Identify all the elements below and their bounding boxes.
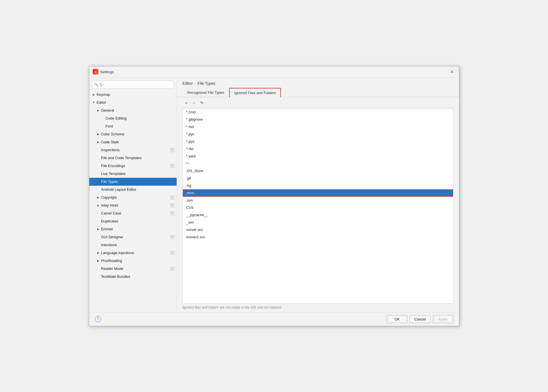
- sidebar-item-label: Code Editing: [106, 116, 174, 120]
- list-item[interactable]: .hg: [183, 182, 453, 189]
- inlay-hints-settings-icon: ⊞: [170, 203, 174, 207]
- file-encodings-expand-icon: [96, 164, 101, 168]
- reader-mode-settings-icon: ⊞: [170, 267, 174, 271]
- sidebar-item-duplicates[interactable]: Duplicates: [89, 217, 177, 225]
- inspections-expand-icon: [96, 148, 101, 152]
- file-encodings-settings-icon: ⊞: [170, 164, 174, 168]
- remove-button[interactable]: −: [190, 99, 198, 106]
- intentions-expand-icon: [96, 243, 101, 247]
- sidebar-item-general[interactable]: ▶ General: [89, 107, 177, 114]
- sidebar-item-emmet[interactable]: ▶ Emmet: [89, 225, 177, 233]
- tabs-area: Recognized File Types Ignored Files and …: [177, 88, 459, 97]
- settings-window: S Settings ✕ 🔍 ▶ Keymap ▼ Editor: [89, 66, 459, 326]
- breadcrumb-separator: ›: [194, 81, 196, 86]
- textmate-expand-icon: [96, 274, 101, 279]
- list-item[interactable]: CVS: [183, 204, 453, 211]
- sidebar-item-camel-case[interactable]: Camel Case ⊞: [89, 209, 177, 217]
- sidebar-item-label: Android Layout Editor: [101, 187, 174, 192]
- apply-button[interactable]: Apply: [433, 315, 453, 323]
- sidebar-item-textmate-bundles[interactable]: TextMate Bundles: [89, 273, 177, 281]
- list-item[interactable]: *.pyo: [183, 138, 453, 145]
- list-item[interactable]: __pycache__: [183, 211, 453, 219]
- sidebar-item-label: Live Templates: [101, 172, 174, 176]
- window-title: Settings: [101, 70, 449, 74]
- font-expand-icon: [101, 124, 105, 129]
- main-panel: Editor › File Types Recognized File Type…: [177, 78, 459, 312]
- sidebar-item-inspections[interactable]: Inspections ⊞: [89, 146, 177, 154]
- sidebar-item-editor[interactable]: ▼ Editor: [89, 99, 177, 107]
- sidebar-item-file-encodings[interactable]: File Encodings ⊞: [89, 162, 177, 170]
- inspections-settings-icon: ⊞: [170, 148, 174, 152]
- tab-recognized[interactable]: Recognized File Types: [183, 88, 229, 97]
- list-item[interactable]: .git: [183, 175, 453, 182]
- sidebar-item-reader-mode[interactable]: Reader Mode ⊞: [89, 265, 177, 273]
- reader-mode-expand-icon: [96, 267, 101, 271]
- sidebar-item-android-layout-editor[interactable]: Android Layout Editor: [89, 186, 177, 194]
- sidebar-item-label: Code Style: [101, 140, 174, 144]
- sidebar-item-label: Language Injections: [101, 251, 170, 255]
- search-input[interactable]: [92, 81, 174, 88]
- android-expand-icon: [96, 187, 101, 192]
- sidebar-item-label: General: [101, 108, 174, 112]
- sidebar-item-code-editing[interactable]: Code Editing: [89, 114, 177, 122]
- sidebar-item-font[interactable]: Font: [89, 122, 177, 130]
- list-item[interactable]: *.yarb: [183, 153, 453, 160]
- sidebar-item-proofreading[interactable]: ▶ Proofreading: [89, 257, 177, 265]
- sidebar-item-keymap[interactable]: ▶ Keymap: [89, 91, 177, 99]
- sidebar-item-gui-designer[interactable]: GUI Designer ⊞: [89, 233, 177, 241]
- list-item[interactable]: *.cmd: [183, 109, 453, 116]
- list-item-mvn[interactable]: .mvn: [183, 189, 453, 197]
- gui-designer-expand-icon: [96, 235, 101, 239]
- copyright-expand-icon: ▶: [96, 195, 101, 200]
- search-icon: 🔍: [94, 83, 98, 86]
- add-button[interactable]: +: [183, 99, 190, 106]
- sidebar-item-file-code-templates[interactable]: File and Code Templates: [89, 154, 177, 162]
- tab-ignored[interactable]: Ignored Files and Folders: [229, 88, 281, 97]
- proofreading-expand-icon: ▶: [96, 259, 101, 263]
- sidebar-item-label: Emmet: [101, 227, 174, 231]
- sidebar-item-code-style[interactable]: ▶ Code Style: [89, 138, 177, 146]
- sidebar-item-language-injections[interactable]: ▶ Language Injections ⊞: [89, 249, 177, 257]
- sidebar-item-file-types[interactable]: File Types: [89, 178, 177, 186]
- list-item[interactable]: *.gitignore: [183, 116, 453, 123]
- editor-label: Editor: [97, 100, 174, 105]
- code-editing-expand-icon: [101, 116, 105, 121]
- help-button[interactable]: ?: [95, 316, 101, 322]
- ok-button[interactable]: OK: [387, 315, 407, 323]
- camel-case-settings-icon: ⊞: [170, 211, 174, 215]
- close-button[interactable]: ✕: [449, 68, 456, 75]
- sidebar-item-copyright[interactable]: ▶ Copyright ⊞: [89, 194, 177, 202]
- settings-tree: ▶ Keymap ▼ Editor ▶ General Code Editing: [89, 91, 177, 312]
- list-item[interactable]: _svn: [183, 219, 453, 226]
- sidebar-item-inlay-hints[interactable]: ▶ Inlay Hints ⊞: [89, 202, 177, 209]
- list-item[interactable]: .svn: [183, 197, 453, 204]
- keymap-label: Keymap: [97, 92, 174, 97]
- breadcrumb: Editor › File Types: [177, 78, 459, 88]
- sidebar-item-live-templates[interactable]: Live Templates: [89, 170, 177, 178]
- sidebar-item-intentions[interactable]: Intentions: [89, 241, 177, 249]
- status-bar: Ignored files and folders are not visibl…: [183, 304, 453, 309]
- sidebar-item-label: TextMate Bundles: [101, 274, 174, 279]
- list-item[interactable]: .DS_Store: [183, 167, 453, 175]
- list-item[interactable]: vssver2.scc: [183, 233, 453, 241]
- color-scheme-expand-icon: ▶: [96, 132, 101, 137]
- sidebar: 🔍 ▶ Keymap ▼ Editor ▶ General: [89, 78, 177, 312]
- file-code-templates-expand-icon: [96, 156, 101, 160]
- sidebar-item-label: GUI Designer: [101, 235, 170, 239]
- sidebar-item-label: Inlay Hints: [101, 203, 170, 207]
- breadcrumb-parent: Editor: [183, 81, 193, 86]
- cancel-button[interactable]: Cancel: [410, 315, 430, 323]
- code-style-expand-icon: ▶: [96, 140, 101, 144]
- copyright-settings-icon: ⊞: [170, 196, 174, 200]
- toolbar: + − ✎: [183, 97, 453, 108]
- list-item[interactable]: vssver.scc: [183, 226, 453, 233]
- sidebar-item-label: Camel Case: [101, 211, 170, 215]
- list-item[interactable]: *.pyc: [183, 131, 453, 138]
- list-item[interactable]: *.md: [183, 123, 453, 131]
- inlay-hints-expand-icon: ▶: [96, 203, 101, 208]
- sidebar-item-label: Intentions: [101, 243, 174, 247]
- list-item[interactable]: *.rbc: [183, 145, 453, 153]
- sidebar-item-color-scheme[interactable]: ▶ Color Scheme: [89, 130, 177, 138]
- edit-button[interactable]: ✎: [198, 99, 206, 106]
- list-item[interactable]: *~: [183, 160, 453, 167]
